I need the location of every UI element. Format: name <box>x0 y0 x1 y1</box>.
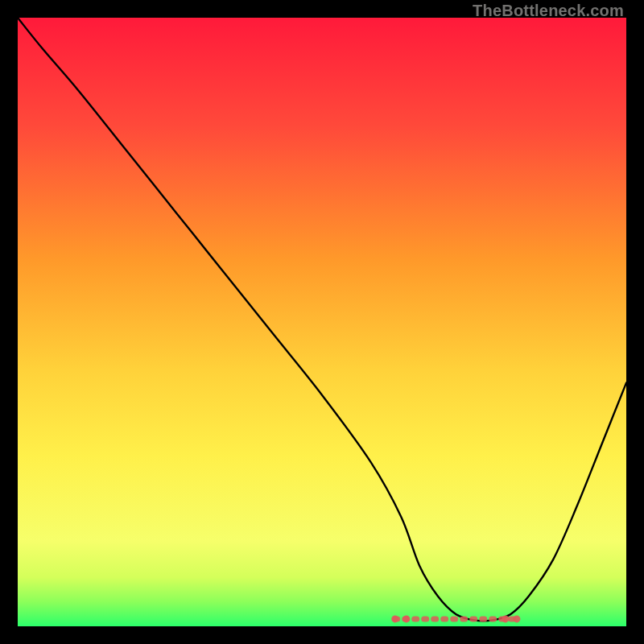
svg-point-1 <box>391 615 398 622</box>
watermark-text: TheBottleneck.com <box>473 2 624 20</box>
svg-point-2 <box>402 615 410 622</box>
svg-point-3 <box>502 615 509 622</box>
chart-frame <box>18 18 626 626</box>
svg-point-4 <box>513 615 520 622</box>
gradient-background <box>18 18 626 626</box>
bottleneck-chart <box>18 18 626 626</box>
